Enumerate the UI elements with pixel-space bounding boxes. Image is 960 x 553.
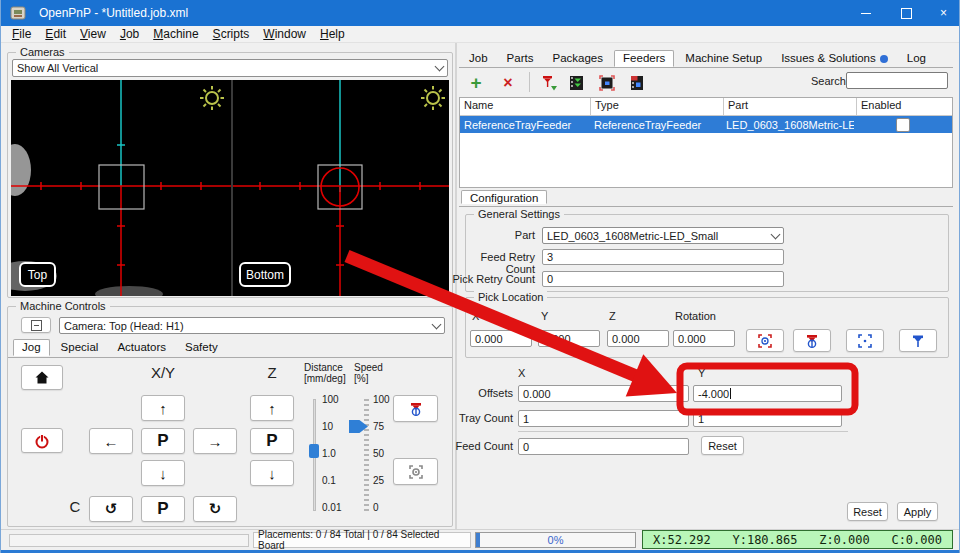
- offsets-x-field[interactable]: 0.000: [518, 385, 689, 402]
- jog-z-minus-button[interactable]: ↓: [250, 460, 294, 486]
- distance-tick: 1.0: [322, 448, 336, 459]
- z-axis-label: Z: [250, 364, 294, 381]
- park-z-button[interactable]: P: [250, 428, 294, 454]
- tab-jog[interactable]: Jog: [13, 339, 50, 356]
- enabled-checkbox[interactable]: [896, 118, 910, 132]
- move-nozzle-icon: [910, 333, 926, 349]
- maximize-button[interactable]: [886, 0, 926, 26]
- tab-job[interactable]: Job: [461, 51, 496, 66]
- column-header-part[interactable]: Part: [724, 98, 857, 115]
- pick-rotation-field[interactable]: 0.000: [673, 330, 735, 347]
- feeder-location-icon: [628, 74, 646, 92]
- main-tabs: Job Parts Packages Feeders Machine Setup…: [461, 50, 955, 67]
- move-nozzle-to-location-button[interactable]: [899, 329, 937, 352]
- tab-log[interactable]: Log: [899, 51, 934, 66]
- move-tool-to-feeder-button[interactable]: [625, 71, 649, 94]
- speed-tick: 100: [373, 394, 390, 405]
- menu-help[interactable]: Help: [313, 27, 352, 41]
- part-selector[interactable]: LED_0603_1608Metric-LED_Small: [542, 227, 784, 244]
- menu-scripts[interactable]: Scripts: [206, 27, 257, 41]
- column-header-name[interactable]: Name: [460, 98, 591, 115]
- feed-count-reset-button[interactable]: Reset: [701, 436, 744, 455]
- jog-x-minus-button[interactable]: ←: [89, 428, 133, 454]
- speed-slider-track[interactable]: [364, 399, 369, 512]
- tab-special[interactable]: Special: [53, 340, 107, 355]
- delete-feeder-button[interactable]: ×: [496, 71, 520, 94]
- feed-retry-field[interactable]: 3: [542, 249, 784, 265]
- new-feeder-button[interactable]: +: [464, 71, 488, 94]
- column-header-enabled[interactable]: Enabled: [857, 98, 952, 115]
- column-header-type[interactable]: Type: [591, 98, 724, 115]
- tab-feeders[interactable]: Feeders: [614, 50, 674, 67]
- close-button[interactable]: ×: [926, 0, 960, 26]
- jog-x-plus-button[interactable]: →: [193, 428, 237, 454]
- home-button[interactable]: [21, 365, 63, 390]
- close-icon: ×: [940, 6, 947, 20]
- tab-configuration[interactable]: Configuration: [461, 190, 547, 204]
- menu-file[interactable]: File: [5, 27, 38, 41]
- tab-actuators[interactable]: Actuators: [109, 340, 174, 355]
- collapse-button[interactable]: [21, 317, 51, 333]
- jog-y-plus-button[interactable]: ↑: [141, 395, 185, 421]
- pick-retry-label: Pick Retry Count: [449, 273, 535, 285]
- table-row[interactable]: ReferenceTrayFeeder ReferenceTrayFeeder …: [460, 116, 952, 133]
- park-c-button[interactable]: P: [141, 496, 185, 522]
- menu-window[interactable]: Window: [256, 27, 313, 41]
- pick-retry-field[interactable]: 0: [542, 271, 784, 287]
- jog-z-plus-button[interactable]: ↑: [250, 395, 294, 421]
- power-button[interactable]: [21, 428, 63, 453]
- move-camera-to-location-button[interactable]: [846, 329, 884, 352]
- tab-parts[interactable]: Parts: [499, 51, 542, 66]
- cell-enabled: [854, 118, 952, 132]
- feeder-advance-icon: [568, 74, 586, 92]
- tray-count-y-field[interactable]: 1: [693, 410, 842, 427]
- camera-view-selector[interactable]: Show All Vertical: [12, 59, 448, 77]
- park-xy-button[interactable]: P: [141, 428, 185, 454]
- capture-camera-position-button[interactable]: [393, 458, 438, 485]
- apply-button[interactable]: Apply: [897, 502, 938, 521]
- machine-controls-label: Machine Controls: [16, 300, 110, 312]
- placements-status: Placements: 0 / 84 Total | 0 / 84 Select…: [253, 532, 471, 548]
- tab-issues-solutions[interactable]: Issues & Solutions: [773, 51, 896, 66]
- panel-splitter[interactable]: [455, 43, 457, 529]
- search-label: Search: [811, 75, 846, 87]
- offsets-y-value: -4.000: [698, 388, 729, 400]
- progress-bar: 0%: [475, 532, 636, 548]
- menu-job[interactable]: Job: [113, 27, 146, 41]
- pick-x-label: X: [472, 310, 479, 322]
- collapse-icon: [31, 320, 42, 331]
- menu-machine[interactable]: Machine: [146, 27, 205, 41]
- reset-button[interactable]: Reset: [847, 502, 888, 521]
- jog-c-ccw-button[interactable]: ↺: [89, 496, 133, 522]
- chevron-down-icon: [771, 229, 781, 239]
- feed-feeder-button[interactable]: [537, 71, 561, 94]
- feed-count-field[interactable]: 0: [518, 438, 689, 455]
- pick-z-field[interactable]: 0.000: [607, 330, 669, 347]
- tray-count-label: Tray Count: [435, 412, 513, 424]
- nozzle-icon: [408, 401, 424, 417]
- text-cursor: [730, 388, 731, 399]
- move-camera-to-feeder-button[interactable]: [595, 71, 619, 94]
- jog-y-minus-button[interactable]: ↓: [141, 460, 185, 486]
- tab-safety[interactable]: Safety: [177, 340, 226, 355]
- tab-machine-setup[interactable]: Machine Setup: [677, 51, 770, 66]
- offsets-y-field[interactable]: -4.000: [693, 385, 842, 402]
- capture-nozzle-location-button[interactable]: [793, 329, 831, 352]
- menu-view[interactable]: View: [73, 27, 113, 41]
- distance-slider-handle[interactable]: [309, 444, 319, 458]
- move-nozzle-to-camera-button[interactable]: [393, 395, 438, 422]
- pick-rotation-label: Rotation: [675, 310, 716, 322]
- head-selector[interactable]: Camera: Top (Head: H1): [59, 317, 445, 334]
- pick-y-field[interactable]: 0.000: [538, 330, 600, 347]
- maximize-icon: [901, 8, 912, 19]
- tray-count-x-field[interactable]: 1: [518, 410, 689, 427]
- minimize-button[interactable]: [846, 0, 886, 26]
- pick-feeder-button[interactable]: [565, 71, 589, 94]
- pick-x-field[interactable]: 0.000: [470, 330, 532, 347]
- head-selector-value: Camera: Top (Head: H1): [64, 320, 184, 332]
- capture-camera-location-button[interactable]: [746, 329, 784, 352]
- jog-c-cw-button[interactable]: ↻: [193, 496, 237, 522]
- menu-edit[interactable]: Edit: [38, 27, 73, 41]
- search-input[interactable]: [846, 72, 948, 89]
- tab-packages[interactable]: Packages: [545, 51, 612, 66]
